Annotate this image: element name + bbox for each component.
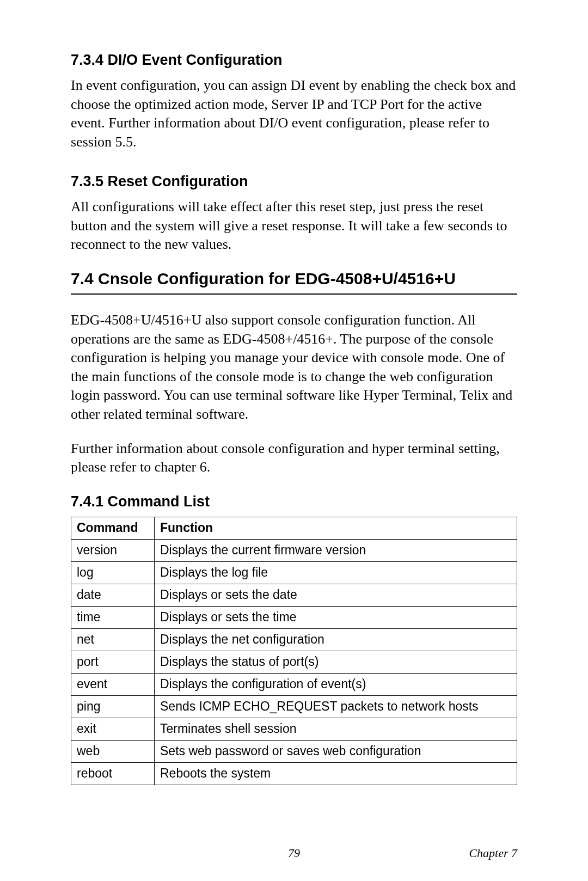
cell-function: Displays or sets the date — [155, 584, 517, 606]
heading-7-3-4: 7.3.4 DI/O Event Configuration — [71, 52, 517, 69]
cell-command: event — [71, 673, 155, 695]
table-row: net Displays the net configuration — [71, 628, 517, 651]
paragraph: In event configuration, you can assign D… — [71, 76, 517, 151]
page-number: 79 — [288, 846, 300, 860]
cell-command: reboot — [71, 762, 155, 785]
cell-command: web — [71, 740, 155, 762]
heading-7-4: 7.4 Cnsole Configuration for EDG-4508+U/… — [71, 270, 517, 288]
cell-command: date — [71, 584, 155, 606]
cell-command: version — [71, 539, 155, 561]
cell-function: Displays the log file — [155, 561, 517, 584]
table-row: time Displays or sets the time — [71, 606, 517, 628]
cell-command: log — [71, 561, 155, 584]
chapter-label: Chapter 7 — [469, 846, 517, 860]
cell-command: exit — [71, 718, 155, 740]
table-row: port Displays the status of port(s) — [71, 651, 517, 673]
command-list-table: Command Function version Displays the cu… — [71, 517, 517, 785]
table-row: date Displays or sets the date — [71, 584, 517, 606]
table-row: web Sets web password or saves web confi… — [71, 740, 517, 762]
table-row: version Displays the current firmware ve… — [71, 539, 517, 561]
cell-function: Displays the net configuration — [155, 628, 517, 651]
cell-function: Displays or sets the time — [155, 606, 517, 628]
table-row: log Displays the log file — [71, 561, 517, 584]
table-header-command: Command — [71, 517, 155, 539]
cell-command: net — [71, 628, 155, 651]
cell-function: Displays the current firmware version — [155, 539, 517, 561]
heading-7-3-5: 7.3.5 Reset Configuration — [71, 173, 517, 190]
cell-command: port — [71, 651, 155, 673]
cell-function: Displays the configuration of event(s) — [155, 673, 517, 695]
cell-function: Sets web password or saves web configura… — [155, 740, 517, 762]
paragraph: EDG-4508+U/4516+U also support console c… — [71, 311, 517, 424]
section-divider — [71, 293, 517, 295]
document-page: 7.3.4 DI/O Event Configuration In event … — [0, 0, 588, 881]
table-header-row: Command Function — [71, 517, 517, 539]
table-row: ping Sends ICMP ECHO_REQUEST packets to … — [71, 695, 517, 718]
table-row: reboot Reboots the system — [71, 762, 517, 785]
cell-command: time — [71, 606, 155, 628]
paragraph: All configurations will take effect afte… — [71, 198, 517, 254]
table-row: exit Terminates shell session — [71, 718, 517, 740]
table-row: event Displays the configuration of even… — [71, 673, 517, 695]
cell-command: ping — [71, 695, 155, 718]
table-header-function: Function — [155, 517, 517, 539]
cell-function: Reboots the system — [155, 762, 517, 785]
heading-7-4-1: 7.4.1 Command List — [71, 493, 517, 510]
cell-function: Terminates shell session — [155, 718, 517, 740]
cell-function: Sends ICMP ECHO_REQUEST packets to netwo… — [155, 695, 517, 718]
cell-function: Displays the status of port(s) — [155, 651, 517, 673]
paragraph: Further information about console config… — [71, 439, 517, 477]
